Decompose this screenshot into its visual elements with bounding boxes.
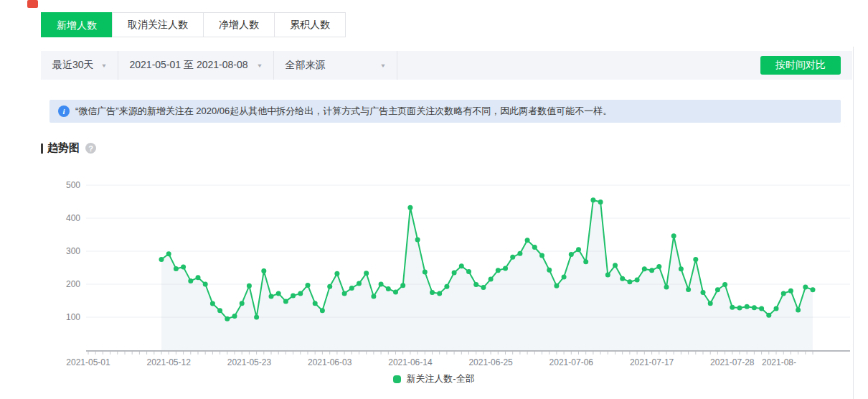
svg-text:2021-08-: 2021-08- [762, 357, 796, 367]
tab-2[interactable]: 净增人数 [203, 12, 275, 37]
title-bar-decoration [41, 144, 43, 154]
x-axis-line [86, 350, 850, 352]
svg-text:400: 400 [66, 213, 80, 223]
svg-text:100: 100 [66, 312, 80, 322]
page-title: 趋势图 [47, 141, 80, 155]
y-axis-labels: 100200300400500 [66, 180, 80, 322]
range-select-label: 最近30天 [52, 59, 94, 72]
chevron-down-icon: ▼ [101, 62, 108, 69]
svg-text:2021-06-25: 2021-06-25 [468, 357, 513, 367]
clipped-red-element [27, 0, 38, 8]
x-axis-labels: 2021-05-012021-05-122021-05-232021-06-03… [66, 357, 796, 367]
range-select[interactable]: 最近30天 ▼ [41, 51, 118, 80]
tab-1[interactable]: 取消关注人数 [112, 12, 204, 37]
content-right-border [853, 47, 854, 399]
svg-text:2021-05-23: 2021-05-23 [227, 357, 272, 367]
metric-tabs: 新增人数取消关注人数净增人数累积人数 [41, 12, 346, 37]
compare-by-time-button[interactable]: 按时间对比 [760, 56, 841, 75]
section-header: 趋势图 ? [41, 141, 96, 155]
series-area-fill [161, 200, 813, 350]
svg-text:2021-07-06: 2021-07-06 [549, 357, 594, 367]
trend-chart[interactable]: 1002003004005002021-05-012021-05-122021-… [0, 165, 868, 370]
chevron-down-icon: ▼ [257, 62, 263, 69]
info-icon: i [58, 105, 70, 117]
svg-text:200: 200 [66, 279, 80, 289]
chevron-down-icon: ▼ [380, 62, 387, 69]
svg-text:2021-07-28: 2021-07-28 [710, 357, 755, 367]
source-select-label: 全部来源 [286, 59, 326, 72]
svg-text:2021-06-03: 2021-06-03 [308, 357, 352, 367]
svg-text:2021-05-12: 2021-05-12 [147, 357, 192, 367]
trend-chart-canvas[interactable]: 1002003004005002021-05-012021-05-122021-… [0, 165, 868, 370]
chart-legend[interactable]: 新关注人数-全部 [0, 372, 868, 385]
source-select[interactable]: 全部来源 ▼ [274, 51, 397, 80]
help-icon[interactable]: ? [85, 143, 96, 154]
svg-text:2021-07-17: 2021-07-17 [630, 357, 674, 367]
tab-0[interactable]: 新增人数 [41, 12, 113, 37]
legend-marker-icon [393, 375, 401, 383]
filter-bar: 最近30天 ▼ 2021-05-01 至 2021-08-08 ▼ 全部来源 ▼… [41, 51, 852, 80]
notice-text: “微信广告”来源的新增关注在 2020/06起从其他中拆分给出，计算方式与广告主… [75, 105, 612, 118]
x-axis-ticks [88, 352, 813, 355]
tab-3[interactable]: 累积人数 [274, 12, 346, 37]
svg-text:2021-06-14: 2021-06-14 [388, 357, 433, 367]
date-range-label: 2021-05-01 至 2021-08-08 [130, 59, 248, 72]
svg-text:300: 300 [66, 246, 80, 256]
legend-label: 新关注人数-全部 [406, 372, 474, 385]
notice-banner: i “微信广告”来源的新增关注在 2020/06起从其他中拆分给出，计算方式与广… [49, 100, 841, 123]
date-range-select[interactable]: 2021-05-01 至 2021-08-08 ▼ [118, 51, 274, 80]
svg-text:2021-05-01: 2021-05-01 [66, 357, 110, 367]
svg-text:500: 500 [66, 180, 80, 190]
